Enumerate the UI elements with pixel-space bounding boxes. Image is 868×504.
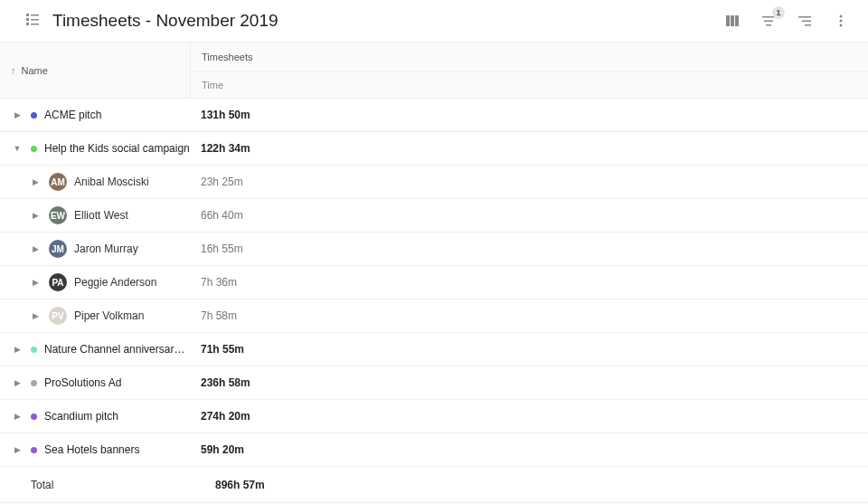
project-row[interactable]: ▶ProSolutions Ad236h 58m	[0, 366, 868, 400]
member-time: 16h 55m	[190, 233, 868, 265]
svg-rect-12	[798, 16, 811, 18]
svg-rect-1	[31, 14, 39, 16]
project-name: ProSolutions Ad	[44, 376, 190, 389]
project-color-dot	[31, 380, 37, 386]
avatar: EW	[49, 206, 67, 224]
project-color-dot	[31, 347, 37, 353]
project-row[interactable]: ▶ACME pitch131h 50m	[0, 99, 868, 132]
project-color-dot	[31, 414, 37, 420]
member-row[interactable]: ▶EWElliott West66h 40m	[0, 199, 868, 233]
chevron-right-icon[interactable]: ▶	[11, 412, 24, 421]
column-header-name[interactable]: ↑ Name	[0, 43, 190, 98]
svg-rect-7	[731, 15, 734, 26]
svg-rect-10	[764, 21, 773, 23]
member-row[interactable]: ▶AMAnibal Mosciski23h 25m	[0, 166, 868, 199]
member-time: 7h 58m	[190, 300, 868, 332]
member-name: Anibal Mosciski	[74, 176, 149, 188]
project-time: 131h 50m	[190, 99, 868, 131]
member-name: Piper Volkman	[74, 309, 144, 322]
project-row[interactable]: ▶Sea Hotels banners59h 20m	[0, 433, 868, 467]
page-title: Timesheets - November 2019	[52, 11, 278, 31]
avatar: AM	[49, 173, 67, 191]
member-row[interactable]: ▶PAPeggie Anderson7h 36m	[0, 266, 868, 300]
avatar: PA	[49, 273, 67, 291]
svg-rect-4	[26, 23, 29, 25]
project-time: 59h 20m	[190, 433, 868, 466]
column-header-name-label: Name	[22, 65, 48, 76]
member-time: 66h 40m	[190, 199, 868, 232]
svg-rect-6	[726, 15, 730, 26]
project-time: 122h 34m	[190, 132, 868, 165]
svg-rect-8	[735, 15, 739, 26]
list-view-icon[interactable]	[25, 12, 40, 30]
member-row[interactable]: ▶PVPiper Volkman7h 58m	[0, 300, 868, 333]
chevron-right-icon[interactable]: ▶	[29, 177, 42, 186]
svg-rect-11	[766, 24, 771, 26]
chevron-right-icon[interactable]: ▶	[29, 211, 42, 220]
filter-icon[interactable]: 1	[760, 12, 778, 30]
svg-rect-3	[31, 19, 39, 21]
total-label: Total	[31, 479, 53, 491]
project-name: Sea Hotels banners	[44, 443, 190, 456]
column-header-timesheets[interactable]: Timesheets	[191, 43, 868, 72]
project-time: 236h 58m	[190, 366, 868, 399]
project-name: Scandium pitch	[44, 410, 190, 423]
project-name: ACME pitch	[44, 109, 190, 121]
svg-rect-0	[26, 14, 29, 16]
column-subheader-time[interactable]: Time	[191, 72, 868, 98]
project-row[interactable]: ▶Scandium pitch274h 20m	[0, 400, 868, 433]
svg-point-15	[840, 15, 843, 18]
column-header-timesheets-label: Timesheets	[202, 52, 252, 62]
more-vertical-icon[interactable]	[832, 12, 850, 30]
project-color-dot	[31, 146, 37, 152]
project-time: 274h 20m	[190, 400, 868, 433]
chevron-right-icon[interactable]: ▶	[11, 378, 24, 387]
member-name: Peggie Anderson	[74, 276, 156, 289]
chevron-right-icon[interactable]: ▶	[29, 311, 42, 320]
chevron-right-icon[interactable]: ▶	[11, 345, 24, 354]
member-name: Elliott West	[74, 209, 128, 222]
chevron-right-icon[interactable]: ▶	[11, 445, 24, 454]
project-color-dot	[31, 112, 37, 119]
svg-rect-2	[26, 18, 29, 21]
column-subheader-time-label: Time	[202, 80, 223, 90]
filter-badge: 1	[772, 6, 785, 19]
total-row: Total896h 57m	[0, 467, 868, 503]
chevron-down-icon[interactable]: ▼	[11, 144, 24, 153]
chevron-right-icon[interactable]: ▶	[11, 110, 24, 119]
avatar: PV	[49, 307, 67, 325]
chevron-right-icon[interactable]: ▶	[29, 278, 42, 287]
project-row[interactable]: ▶Nature Channel anniversary cam…71h 55m	[0, 333, 868, 366]
align-right-icon[interactable]	[796, 12, 814, 30]
sort-asc-icon: ↑	[11, 65, 16, 76]
member-name: Jaron Murray	[74, 242, 138, 255]
avatar: JM	[49, 240, 67, 258]
svg-rect-13	[802, 21, 811, 23]
svg-rect-5	[31, 24, 39, 25]
member-row[interactable]: ▶JMJaron Murray16h 55m	[0, 233, 868, 266]
member-time: 7h 36m	[190, 266, 868, 299]
member-time: 23h 25m	[190, 166, 868, 198]
svg-point-16	[840, 20, 843, 23]
project-row[interactable]: ▼Help the Kids social campaign122h 34m	[0, 132, 868, 166]
project-time: 71h 55m	[190, 333, 868, 366]
svg-rect-14	[805, 24, 811, 26]
project-color-dot	[31, 447, 37, 453]
project-name: Help the Kids social campaign	[44, 142, 190, 155]
total-time: 896h 57m	[190, 467, 868, 502]
chevron-right-icon[interactable]: ▶	[29, 244, 42, 253]
project-name: Nature Channel anniversary cam…	[44, 343, 190, 356]
svg-point-17	[840, 24, 843, 27]
columns-icon[interactable]	[723, 12, 741, 30]
